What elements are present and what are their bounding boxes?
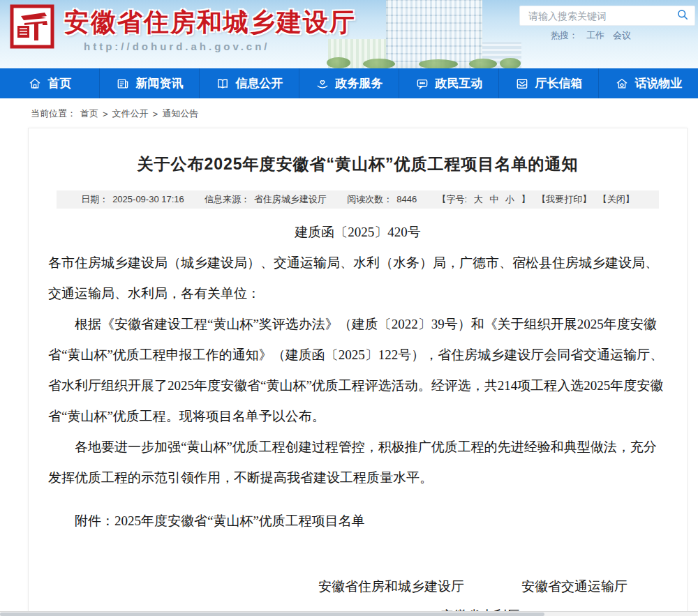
breadcrumb-separator: > <box>153 109 158 119</box>
nav-item-gov-service[interactable]: 政务服务 <box>299 68 399 98</box>
fontsize-prefix: 【字号: <box>437 194 467 204</box>
article-meta-bar: 日期：2025-09-30 17:16 信息来源：省住房城乡建设厅 阅读次数：8… <box>57 190 659 209</box>
horizontal-scrollbar-thumb[interactable] <box>0 613 544 616</box>
breadcrumb: 当前位置： 首页 > 文件公开 > 通知公告 <box>0 98 698 128</box>
search-box <box>519 6 695 26</box>
home-icon <box>28 77 42 91</box>
horizontal-scrollbar[interactable] <box>0 611 698 616</box>
breadcrumb-separator: > <box>103 109 108 119</box>
paragraph-recipients: 各市住房城乡建设局（城乡建设局）、交通运输局、水利（水务）局，广德市、宿松县住房… <box>48 248 667 309</box>
tree-illustration <box>469 59 497 68</box>
meta-source-value: 省住房城乡建设厅 <box>254 194 327 204</box>
close-button[interactable]: 【关闭】 <box>598 194 634 204</box>
paragraph-requirements: 各地要进一步加强“黄山杯”优质工程创建过程管控，积极推广优质工程的先进经验和典型… <box>48 432 667 493</box>
document-body: 建质函〔2025〕420号 各市住房城乡建设局（城乡建设局）、交通运输局、水利（… <box>48 217 667 612</box>
signature-row: 安徽省住房和城乡建设厅 安徽省交通运输厅 <box>48 571 667 602</box>
site-logo-seal-icon[interactable] <box>10 4 54 49</box>
nav-label: 新闻资讯 <box>136 75 184 91</box>
signature-water-dept: 安徽省水利厅 <box>440 602 667 612</box>
gov-service-icon <box>315 77 329 91</box>
meta-date-label: 日期： <box>81 194 108 204</box>
nav-item-home[interactable]: 首页 <box>0 68 100 98</box>
nav-label: 信息公开 <box>236 75 283 91</box>
main-nav: 首页 新闻资讯 信息公开 <box>0 68 698 98</box>
fontsize-suffix: 】 <box>521 194 530 204</box>
nav-item-interaction[interactable]: 政民互动 <box>399 68 499 98</box>
search-input[interactable] <box>520 6 671 25</box>
news-icon <box>116 77 130 91</box>
meta-views-label: 阅读次数： <box>347 194 392 204</box>
nav-label: 首页 <box>48 75 72 91</box>
nav-label: 厅长信箱 <box>535 75 583 91</box>
fontsize-medium-button[interactable]: 中 <box>489 194 498 204</box>
fontsize-large-button[interactable]: 大 <box>474 194 483 204</box>
tree-illustration <box>327 57 350 68</box>
breadcrumb-notices[interactable]: 通知公告 <box>162 107 198 120</box>
meta-date-value: 2025-09-30 17:16 <box>112 194 184 204</box>
hot-search-item[interactable]: 会议 <box>613 29 631 42</box>
nav-item-news[interactable]: 新闻资讯 <box>100 68 200 98</box>
interaction-icon <box>415 77 429 91</box>
signature-housing-dept: 安徽省住房和城乡建设厅 <box>318 571 464 602</box>
nav-item-property-talk[interactable]: 话说物业 <box>599 68 698 98</box>
hot-search-label: 热搜： <box>551 29 578 42</box>
mailbox-icon <box>515 77 529 91</box>
fontsize-small-button[interactable]: 小 <box>505 194 514 204</box>
breadcrumb-files[interactable]: 文件公开 <box>112 107 149 120</box>
nav-item-director-mailbox[interactable]: 厅长信箱 <box>499 68 599 98</box>
attachment-line: 附件：2025年度安徽省“黄山杯”优质工程项目名单 <box>48 506 667 536</box>
nav-label: 政务服务 <box>336 75 383 91</box>
breadcrumb-home[interactable]: 首页 <box>80 107 98 120</box>
hot-search-item[interactable]: 工作 <box>586 29 604 42</box>
nav-label: 话说物业 <box>635 75 683 91</box>
signature-transport-dept: 安徽省交通运输厅 <box>521 571 628 602</box>
site-url: http://dohurd.ah.gov.cn/ <box>84 40 270 52</box>
property-icon <box>615 77 629 91</box>
site-title[interactable]: 安徽省住房和城乡建设厅 <box>64 6 356 40</box>
tree-illustration <box>363 59 395 68</box>
site-header: 安徽省住房和城乡建设厅 http://dohurd.ah.gov.cn/ 热搜：… <box>0 0 698 68</box>
article-title: 关于公布2025年度安徽省“黄山杯”优质工程项目名单的通知 <box>29 153 687 175</box>
paragraph-basis: 根据《安徽省建设工程“黄山杯”奖评选办法》（建质〔2022〕39号）和《关于组织… <box>48 309 667 432</box>
tree-illustration <box>419 59 458 68</box>
tree-illustration <box>500 58 521 68</box>
article-panel: 关于公布2025年度安徽省“黄山杯”优质工程项目名单的通知 日期：2025-09… <box>28 128 688 612</box>
document-number: 建质函〔2025〕420号 <box>48 217 667 248</box>
search-button[interactable] <box>671 6 695 25</box>
meta-source-label: 信息来源： <box>205 194 250 204</box>
hot-search-row: 热搜： 工作 会议 <box>551 29 631 42</box>
meta-views-value: 8446 <box>396 194 417 204</box>
page: 安徽省住房和城乡建设厅 http://dohurd.ah.gov.cn/ 热搜：… <box>0 0 698 616</box>
search-icon <box>676 8 690 24</box>
print-button[interactable]: 【我要打印】 <box>537 194 591 204</box>
breadcrumb-prefix: 当前位置： <box>31 107 76 120</box>
nav-item-info-disclosure[interactable]: 信息公开 <box>200 68 299 98</box>
nav-label: 政民互动 <box>436 75 483 91</box>
building-illustration <box>386 0 482 68</box>
info-disclosure-icon <box>216 77 230 91</box>
